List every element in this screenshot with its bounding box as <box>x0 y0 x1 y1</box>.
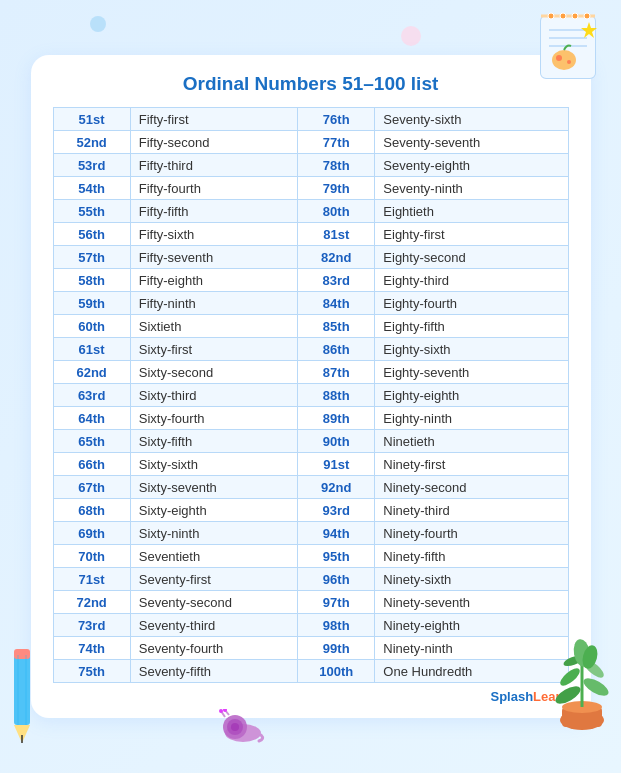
ordinal-word-left: Seventy-fourth <box>130 637 297 660</box>
ordinal-word-left: Fifty-third <box>130 154 297 177</box>
brand-splash: Splash <box>490 689 533 704</box>
ordinal-word-left: Fifty-sixth <box>130 223 297 246</box>
ordinal-word-left: Fifty-first <box>130 108 297 131</box>
ordinal-num-right: 92nd <box>298 476 375 499</box>
ordinal-num-right: 77th <box>298 131 375 154</box>
svg-point-18 <box>581 675 611 699</box>
table-row: 53rd Fifty-third 78th Seventy-eighth <box>53 154 568 177</box>
ordinal-num-left: 69th <box>53 522 130 545</box>
ordinal-num-right: 97th <box>298 591 375 614</box>
ordinal-word-right: Ninety-sixth <box>375 568 568 591</box>
ordinal-num-right: 79th <box>298 177 375 200</box>
ordinal-word-right: Eighty-ninth <box>375 407 568 430</box>
ordinal-num-left: 75th <box>53 660 130 683</box>
table-row: 59th Fifty-ninth 84th Eighty-fourth <box>53 292 568 315</box>
ordinal-num-left: 54th <box>53 177 130 200</box>
ordinal-word-left: Seventy-first <box>130 568 297 591</box>
ordinal-word-left: Sixty-fourth <box>130 407 297 430</box>
ordinal-num-left: 72nd <box>53 591 130 614</box>
table-row: 64th Sixty-fourth 89th Eighty-ninth <box>53 407 568 430</box>
ordinal-word-right: Eighty-fifth <box>375 315 568 338</box>
table-row: 65th Sixty-fifth 90th Ninetieth <box>53 430 568 453</box>
svg-point-4 <box>560 13 566 19</box>
ordinal-word-right: Eighty-seventh <box>375 361 568 384</box>
ordinal-num-left: 57th <box>53 246 130 269</box>
svg-point-33 <box>231 723 239 731</box>
ordinal-word-right: Eighty-eighth <box>375 384 568 407</box>
svg-point-12 <box>567 60 571 64</box>
card: Ordinal Numbers 51–100 list 51st Fifty-f… <box>31 55 591 718</box>
ordinal-num-left: 53rd <box>53 154 130 177</box>
table-row: 57th Fifty-seventh 82nd Eighty-second <box>53 246 568 269</box>
ordinal-word-left: Fifty-fifth <box>130 200 297 223</box>
ordinal-word-right: Seventy-ninth <box>375 177 568 200</box>
ordinal-word-right: Ninety-fourth <box>375 522 568 545</box>
ordinal-word-left: Sixty-fifth <box>130 430 297 453</box>
ordinal-word-right: Eighty-second <box>375 246 568 269</box>
svg-point-10 <box>552 50 576 70</box>
table-row: 58th Fifty-eighth 83rd Eighty-third <box>53 269 568 292</box>
ordinal-num-left: 52nd <box>53 131 130 154</box>
ordinal-num-left: 56th <box>53 223 130 246</box>
ordinal-num-right: 80th <box>298 200 375 223</box>
svg-point-6 <box>584 13 590 19</box>
svg-rect-26 <box>14 649 30 659</box>
splashlearn-brand: SplashLearn <box>53 689 569 704</box>
ordinal-num-left: 60th <box>53 315 130 338</box>
ordinal-num-right: 81st <box>298 223 375 246</box>
ordinal-word-left: Sixty-ninth <box>130 522 297 545</box>
ordinal-num-right: 98th <box>298 614 375 637</box>
ordinal-num-right: 90th <box>298 430 375 453</box>
table-row: 74th Seventy-fourth 99th Ninety-ninth <box>53 637 568 660</box>
ordinal-num-left: 58th <box>53 269 130 292</box>
ordinal-num-right: 87th <box>298 361 375 384</box>
ordinal-num-right: 99th <box>298 637 375 660</box>
ordinal-word-right: Ninety-seventh <box>375 591 568 614</box>
ordinal-num-left: 68th <box>53 499 130 522</box>
ordinal-num-left: 51st <box>53 108 130 131</box>
table-row: 55th Fifty-fifth 80th Eightieth <box>53 200 568 223</box>
ordinal-num-right: 85th <box>298 315 375 338</box>
ordinal-word-left: Seventy-third <box>130 614 297 637</box>
ordinal-num-left: 70th <box>53 545 130 568</box>
ordinal-word-left: Fifty-second <box>130 131 297 154</box>
table-row: 66th Sixty-sixth 91st Ninety-first <box>53 453 568 476</box>
table-row: 73rd Seventy-third 98th Ninety-eighth <box>53 614 568 637</box>
ordinal-word-left: Sixty-sixth <box>130 453 297 476</box>
ordinal-word-right: Seventy-sixth <box>375 108 568 131</box>
ordinal-word-right: Eighty-first <box>375 223 568 246</box>
ordinal-word-right: Ninety-second <box>375 476 568 499</box>
ordinal-num-left: 55th <box>53 200 130 223</box>
ordinal-word-left: Fifty-eighth <box>130 269 297 292</box>
ordinal-num-right: 86th <box>298 338 375 361</box>
table-row: 51st Fifty-first 76th Seventy-sixth <box>53 108 568 131</box>
ordinal-num-right: 82nd <box>298 246 375 269</box>
snail-decoration <box>215 709 265 751</box>
table-row: 71st Seventy-first 96th Ninety-sixth <box>53 568 568 591</box>
svg-point-5 <box>572 13 578 19</box>
ordinal-word-left: Seventy-fifth <box>130 660 297 683</box>
table-row: 56th Fifty-sixth 81st Eighty-first <box>53 223 568 246</box>
decor-circle2 <box>401 26 421 46</box>
ordinal-num-right: 83rd <box>298 269 375 292</box>
ordinal-word-right: Ninety-third <box>375 499 568 522</box>
ordinal-num-right: 91st <box>298 453 375 476</box>
ordinal-word-right: Seventy-eighth <box>375 154 568 177</box>
table-row: 75th Seventy-fifth 100th One Hundredth <box>53 660 568 683</box>
table-row: 70th Seventieth 95th Ninety-fifth <box>53 545 568 568</box>
ordinal-word-right: Ninetieth <box>375 430 568 453</box>
ordinal-numbers-table: 51st Fifty-first 76th Seventy-sixth 52nd… <box>53 107 569 683</box>
ordinal-word-left: Sixty-second <box>130 361 297 384</box>
ordinal-word-right: Eighty-third <box>375 269 568 292</box>
ordinal-word-left: Fifty-fourth <box>130 177 297 200</box>
ordinal-word-left: Fifty-seventh <box>130 246 297 269</box>
ordinal-num-left: 62nd <box>53 361 130 384</box>
ordinal-word-left: Seventy-second <box>130 591 297 614</box>
ordinal-word-right: Seventy-seventh <box>375 131 568 154</box>
ordinal-word-left: Sixtieth <box>130 315 297 338</box>
ordinal-word-left: Seventieth <box>130 545 297 568</box>
svg-point-11 <box>556 55 562 61</box>
ordinal-word-right: One Hundredth <box>375 660 568 683</box>
ordinal-num-right: 100th <box>298 660 375 683</box>
table-row: 69th Sixty-ninth 94th Ninety-fourth <box>53 522 568 545</box>
